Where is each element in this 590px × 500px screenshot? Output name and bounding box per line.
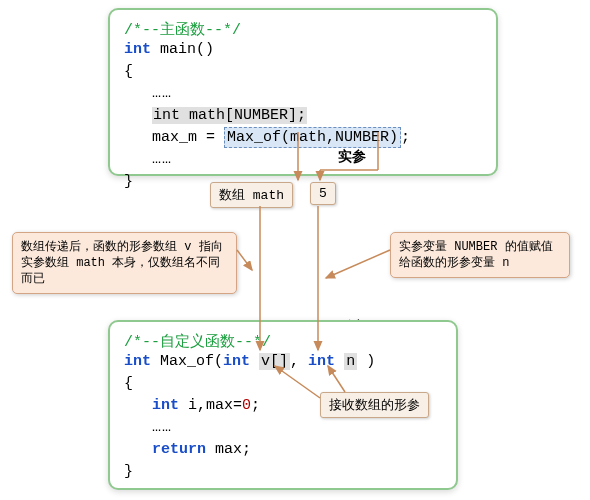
note-number-pass: 实参变量 NUMBER 的值赋值给函数的形参变量 n xyxy=(390,232,570,278)
call-highlight: Max_of(math,NUMBER) xyxy=(224,127,401,148)
tag-number-five: 5 xyxy=(310,182,336,205)
main-dots2: …… xyxy=(124,149,482,171)
main-function-box: /*--主函数--*/ int main() { …… int math[NUM… xyxy=(108,8,498,176)
label-actual-param: 实参 xyxy=(338,148,366,166)
maxof-return: return max; xyxy=(124,439,442,461)
maxof-sig: int Max_of(int v[], int n ) xyxy=(124,351,442,373)
main-decl: int math[NUMBER]; xyxy=(124,105,482,127)
main-line1: int main() xyxy=(124,39,482,61)
main-call: max_m = Max_of(math,NUMBER); xyxy=(124,127,482,149)
maxof-brace-close: } xyxy=(124,461,442,483)
tag-array-math: 数组 math xyxy=(210,182,293,208)
tag-recv-array: 接收数组的形参 xyxy=(320,392,429,418)
maxof-comment: /*--自定义函数--*/ xyxy=(124,332,442,351)
main-brace-open: { xyxy=(124,61,482,83)
param-v: v[] xyxy=(259,353,290,370)
main-brace-close: } xyxy=(124,171,482,193)
note-array-pass: 数组传递后，函数的形参数组 v 指向实参数组 math 本身，仅数组名不同而已 xyxy=(12,232,237,294)
decl-highlight: int math[NUMBER]; xyxy=(152,107,307,124)
maxof-dots: …… xyxy=(124,417,442,439)
main-dots1: …… xyxy=(124,83,482,105)
param-n: n xyxy=(344,353,357,370)
main-comment: /*--主函数--*/ xyxy=(124,20,482,39)
kw-int: int xyxy=(124,41,151,58)
